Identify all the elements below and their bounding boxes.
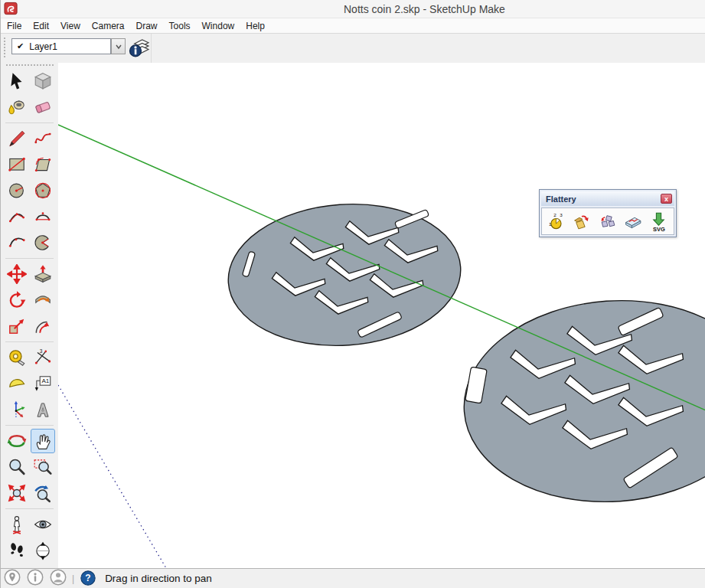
pan-tool[interactable] bbox=[31, 430, 54, 452]
eraser-tool[interactable] bbox=[31, 96, 54, 119]
paint-bucket-icon bbox=[7, 97, 27, 117]
sketchup-window: Notts coin 2.skp - SketchUp Make FileEdi… bbox=[0, 0, 705, 588]
offset-icon bbox=[33, 316, 53, 336]
sign-in-icon bbox=[49, 568, 67, 586]
layer-select[interactable]: ✔ Layer1 bbox=[11, 38, 111, 54]
axes-icon bbox=[7, 400, 27, 420]
menu-tools[interactable]: Tools bbox=[169, 21, 191, 31]
menu-bar: FileEditViewCameraDrawToolsWindowHelp bbox=[1, 18, 705, 34]
orbit-tool[interactable] bbox=[5, 430, 28, 452]
push-pull-tool[interactable] bbox=[31, 263, 54, 286]
protractor-tool[interactable] bbox=[5, 372, 28, 395]
menu-view[interactable]: View bbox=[60, 21, 80, 31]
sketchup-logo-icon bbox=[4, 2, 18, 16]
rotated-rectangle-icon bbox=[33, 155, 53, 175]
coin-mesh-2[interactable] bbox=[457, 291, 705, 512]
three-d-text-tool[interactable] bbox=[31, 398, 54, 421]
look-around-tool[interactable] bbox=[31, 513, 54, 536]
paint-bucket-tool[interactable] bbox=[5, 96, 28, 119]
arc-tool[interactable] bbox=[5, 205, 28, 228]
scale-tool[interactable] bbox=[5, 315, 28, 338]
menu-file[interactable]: File bbox=[7, 21, 21, 31]
geolocation-button[interactable] bbox=[3, 568, 21, 586]
text-icon bbox=[33, 374, 53, 394]
index-edges-button[interactable] bbox=[546, 210, 567, 233]
layer-manager-button[interactable] bbox=[128, 36, 151, 60]
status-separator: | bbox=[72, 573, 74, 584]
zoom-window-tool[interactable] bbox=[31, 456, 54, 479]
rectangle-tool[interactable] bbox=[5, 153, 28, 176]
arc-icon bbox=[7, 207, 27, 227]
two-point-arc-icon bbox=[33, 207, 53, 227]
previous-tool[interactable] bbox=[31, 482, 54, 505]
protractor-icon bbox=[7, 374, 27, 394]
make-component-tool[interactable] bbox=[31, 70, 54, 93]
menu-edit[interactable]: Edit bbox=[33, 21, 49, 31]
help-icon bbox=[80, 570, 96, 586]
palette-drag-handle[interactable] bbox=[6, 64, 54, 66]
position-camera-icon bbox=[7, 514, 27, 534]
layer-dropdown-button[interactable] bbox=[111, 38, 126, 54]
model-canvas bbox=[58, 67, 705, 568]
flattery-title: Flattery bbox=[546, 194, 661, 204]
toolbar-drag-handle[interactable] bbox=[4, 38, 5, 57]
sign-in-button[interactable] bbox=[49, 568, 67, 586]
position-camera-tool[interactable] bbox=[5, 513, 28, 536]
palette-divider bbox=[5, 122, 54, 123]
walk-tool[interactable] bbox=[5, 539, 28, 562]
three-point-arc-tool[interactable] bbox=[5, 231, 28, 254]
menu-draw[interactable]: Draw bbox=[136, 21, 158, 31]
follow-me-tool[interactable] bbox=[31, 289, 54, 312]
three-d-text-icon bbox=[33, 400, 53, 420]
zoom-icon bbox=[7, 457, 27, 477]
three-point-arc-icon bbox=[7, 233, 27, 253]
move-tool[interactable] bbox=[5, 263, 28, 286]
look-around-icon bbox=[33, 514, 53, 534]
flattery-close-button[interactable]: x bbox=[661, 194, 672, 204]
polygon-icon bbox=[33, 181, 53, 201]
two-point-arc-tool[interactable] bbox=[31, 205, 54, 228]
walk-icon bbox=[7, 541, 27, 560]
line-icon bbox=[7, 129, 27, 149]
credits-button[interactable] bbox=[26, 568, 44, 586]
polygon-tool[interactable] bbox=[31, 179, 54, 202]
text-tool[interactable] bbox=[31, 372, 54, 395]
flattery-titlebar[interactable]: Flattery x bbox=[541, 191, 674, 206]
line-tool[interactable] bbox=[5, 127, 28, 150]
layers-toolbar: ✔ Layer1 bbox=[1, 34, 705, 63]
pie-tool[interactable] bbox=[31, 231, 54, 254]
flattery-toolbar: SVG bbox=[541, 207, 674, 235]
menu-help[interactable]: Help bbox=[246, 21, 265, 31]
toolbar-seam bbox=[151, 34, 152, 63]
viewport[interactable] bbox=[58, 67, 705, 568]
rotate-tool[interactable] bbox=[5, 289, 28, 312]
add-tabs-button[interactable] bbox=[622, 210, 644, 233]
menu-camera[interactable]: Camera bbox=[92, 21, 125, 31]
offset-tool[interactable] bbox=[31, 315, 54, 338]
dimension-tool[interactable] bbox=[31, 346, 54, 369]
export-svg-label: SVG bbox=[653, 226, 665, 233]
zoom-extents-tool[interactable] bbox=[5, 482, 28, 505]
current-layer-name: Layer1 bbox=[29, 41, 57, 52]
layer-visible-check-icon: ✔ bbox=[17, 41, 24, 51]
status-bar: | Drag in direction to pan bbox=[1, 568, 705, 588]
window-title: Notts coin 2.skp - SketchUp Make bbox=[344, 3, 505, 15]
menu-window[interactable]: Window bbox=[202, 21, 235, 31]
axes-tool[interactable] bbox=[5, 398, 28, 421]
rotated-rectangle-tool[interactable] bbox=[31, 153, 54, 176]
freehand-tool[interactable] bbox=[31, 127, 54, 150]
help-button[interactable] bbox=[79, 570, 97, 588]
coin-mesh-1[interactable] bbox=[224, 197, 465, 354]
export-svg-button[interactable]: SVG bbox=[648, 210, 670, 233]
zoom-tool[interactable] bbox=[5, 456, 28, 479]
tool-palette bbox=[1, 63, 58, 568]
flatten-faces-button[interactable] bbox=[597, 210, 619, 233]
tape-measure-tool[interactable] bbox=[5, 346, 28, 369]
select-tool[interactable] bbox=[5, 70, 28, 93]
status-message: Drag in direction to pan bbox=[105, 573, 212, 584]
unfold-button[interactable] bbox=[571, 210, 592, 233]
add-tabs-icon bbox=[624, 212, 643, 231]
previous-icon bbox=[33, 483, 53, 503]
section-plane-tool[interactable] bbox=[31, 539, 54, 562]
circle-tool[interactable] bbox=[5, 179, 28, 202]
